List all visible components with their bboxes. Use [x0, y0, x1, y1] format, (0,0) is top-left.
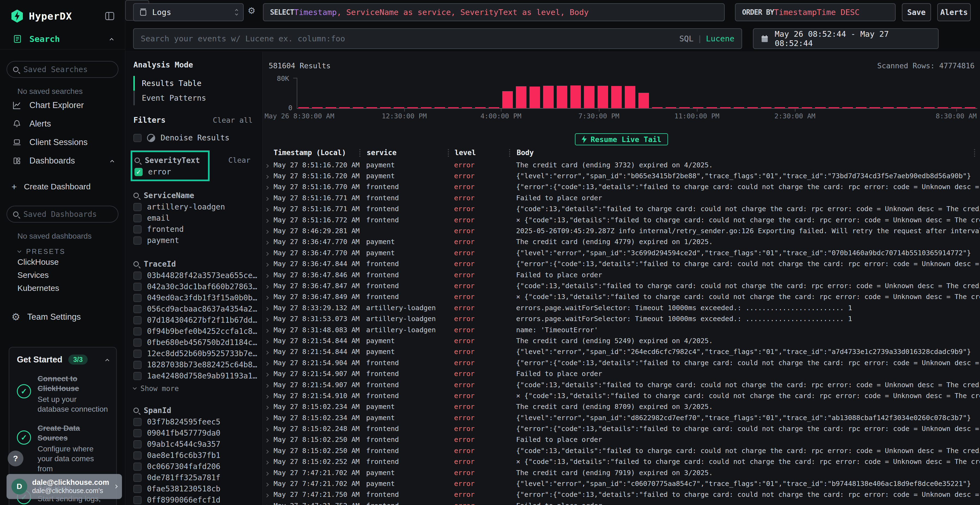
row-expand-chevron-icon[interactable] — [263, 282, 274, 290]
log-row[interactable]: May 27 7:47:21.702 AM payment error {"le… — [263, 478, 980, 489]
column-separator[interactable] — [360, 149, 360, 157]
checkbox[interactable] — [134, 349, 142, 358]
preset-dashboard-link[interactable]: Services — [18, 268, 125, 282]
row-expand-chevron-icon[interactable] — [263, 425, 274, 433]
checkbox[interactable] — [134, 418, 142, 426]
filter-value-error[interactable]: error — [134, 166, 206, 178]
checkbox[interactable] — [134, 283, 142, 291]
checkbox[interactable] — [134, 203, 142, 211]
log-row[interactable]: May 27 8:15:02.250 AM frontend error {"c… — [263, 445, 980, 456]
col-level[interactable]: level — [455, 149, 476, 157]
log-row[interactable]: May 27 8:36:47.770 AM payment error The … — [263, 237, 980, 247]
log-row[interactable]: May 27 8:51:16.771 AM frontend error {"c… — [263, 203, 980, 214]
sidebar-item-dashboards[interactable]: Dashboards — [0, 152, 125, 170]
row-expand-chevron-icon[interactable] — [263, 337, 274, 345]
col-timestamp[interactable]: Timestamp (Local) — [274, 149, 346, 157]
log-row[interactable]: May 27 8:36:47.847 AM frontend error {"c… — [263, 280, 980, 291]
get-started-item[interactable]: ✓ Create Data Sources Configure where yo… — [17, 423, 109, 474]
filter-value[interactable]: 042a30c3dc1baf660b27863… — [134, 281, 262, 292]
filter-value[interactable]: 09041fb457779da0 — [134, 427, 262, 438]
checkbox[interactable] — [134, 372, 142, 380]
row-expand-chevron-icon[interactable] — [263, 304, 274, 312]
log-row[interactable]: May 27 8:21:54.910 AM frontend error × {… — [263, 390, 980, 401]
checkbox[interactable] — [134, 361, 142, 369]
column-separator[interactable] — [448, 149, 449, 157]
checkbox-checked[interactable] — [134, 168, 143, 176]
results-histogram[interactable]: 80K 0 May 26 8:30:00 AM12:30:00 PM4:00:0… — [263, 71, 980, 136]
filter-value[interactable]: 07d184304627bf2f11b67dd… — [134, 314, 262, 326]
tab-results-table[interactable]: Results Table — [134, 76, 251, 91]
checkbox[interactable] — [134, 462, 142, 471]
log-row[interactable]: May 27 8:36:47.844 AM frontend error {"e… — [263, 259, 980, 269]
row-expand-chevron-icon[interactable] — [263, 491, 274, 499]
date-range-picker[interactable]: May 26 08:52:44 - May 27 08:52:44 — [753, 28, 939, 49]
log-row[interactable]: May 27 8:51:16.720 AM payment error The … — [263, 159, 980, 170]
preset-dashboard-link[interactable]: Kubernetes — [18, 282, 125, 295]
row-expand-chevron-icon[interactable] — [263, 227, 274, 235]
saved-dashboards-field[interactable] — [24, 210, 121, 219]
filter-value[interactable]: 0fae5381230518cb — [134, 483, 262, 494]
row-expand-chevron-icon[interactable] — [263, 315, 274, 323]
checkbox[interactable] — [134, 496, 142, 504]
row-expand-chevron-icon[interactable] — [263, 260, 274, 268]
col-service[interactable]: service — [367, 149, 397, 157]
chevron-up-icon[interactable] — [105, 359, 109, 362]
row-expand-chevron-icon[interactable] — [263, 392, 274, 400]
row-expand-chevron-icon[interactable] — [263, 293, 274, 301]
log-row[interactable]: May 27 8:33:29.132 AM artillery-loadgen … — [263, 302, 980, 313]
row-expand-chevron-icon[interactable] — [263, 447, 274, 455]
source-settings-gear-icon[interactable]: ⚙ — [248, 4, 255, 16]
saved-searches-field[interactable] — [24, 65, 121, 74]
checkbox[interactable] — [134, 237, 142, 245]
checkbox[interactable] — [134, 294, 142, 302]
row-expand-chevron-icon[interactable] — [263, 172, 274, 180]
filter-value[interactable]: email — [134, 213, 262, 224]
row-expand-chevron-icon[interactable] — [263, 183, 274, 191]
tab-event-patterns[interactable]: Event Patterns — [134, 91, 251, 105]
help-button[interactable]: ? — [8, 451, 24, 466]
filter-value[interactable]: artillery-loadgen — [134, 201, 262, 213]
row-expand-chevron-icon[interactable] — [263, 249, 274, 257]
filter-value[interactable]: 09ab1c4544c9a357 — [134, 438, 262, 450]
row-expand-chevron-icon[interactable] — [263, 205, 274, 213]
row-expand-chevron-icon[interactable] — [263, 469, 274, 477]
filter-value[interactable]: 056cd9acbaac8637a4354a2… — [134, 303, 262, 314]
checkbox[interactable] — [134, 214, 142, 222]
row-expand-chevron-icon[interactable] — [263, 326, 274, 334]
filter-value[interactable]: 0de781ff325a781f — [134, 472, 262, 483]
row-expand-chevron-icon[interactable] — [263, 480, 274, 488]
row-expand-chevron-icon[interactable] — [263, 271, 274, 279]
log-row[interactable]: May 27 8:31:53.073 AM artillery-loadgen … — [263, 313, 980, 324]
filter-value[interactable]: 1ae42480d758e9ab91193a1… — [134, 370, 262, 381]
log-row[interactable]: May 27 7:47:21.750 AM frontend error {"e… — [263, 489, 980, 500]
log-row[interactable]: May 27 8:15:02.250 AM frontend error Fai… — [263, 434, 980, 445]
checkbox[interactable] — [134, 225, 142, 233]
checkbox[interactable] — [134, 327, 142, 335]
table-options-icon[interactable] — [974, 149, 975, 157]
log-row[interactable]: May 27 8:21:54.904 AM frontend error {"e… — [263, 357, 980, 368]
column-separator[interactable] — [509, 149, 510, 157]
source-select[interactable]: Logs — [133, 3, 243, 21]
event-search-input[interactable] — [141, 34, 673, 43]
log-row[interactable]: May 27 8:15:02.234 AM payment error The … — [263, 401, 980, 412]
team-settings-link[interactable]: ⚙ Team Settings — [0, 309, 125, 325]
row-expand-chevron-icon[interactable] — [263, 161, 274, 169]
checkbox[interactable] — [134, 272, 142, 280]
sidebar-item-client-sessions[interactable]: Client Sessions — [0, 133, 125, 151]
traceid-show-more[interactable]: Show more — [134, 383, 262, 395]
filter-value[interactable]: frontend — [134, 224, 262, 235]
resume-live-tail-button[interactable]: Resume Live Tail — [575, 133, 668, 145]
row-expand-chevron-icon[interactable] — [263, 348, 274, 356]
save-button[interactable]: Save — [902, 3, 931, 21]
log-row[interactable]: May 27 8:36:47.849 AM frontend error × {… — [263, 291, 980, 302]
sidebar-item-chart-explorer[interactable]: Chart Explorer — [0, 96, 125, 114]
row-expand-chevron-icon[interactable] — [263, 381, 274, 389]
row-expand-chevron-icon[interactable] — [263, 370, 274, 378]
log-row[interactable]: May 27 8:36:47.770 AM payment error {"le… — [263, 247, 980, 258]
alerts-button[interactable]: Alerts — [937, 3, 971, 21]
lucene-mode-toggle[interactable]: Lucene — [706, 34, 735, 43]
log-row[interactable]: May 27 8:51:16.720 AM payment error {"le… — [263, 170, 980, 181]
severity-clear-link[interactable]: Clear — [228, 156, 250, 164]
checkbox[interactable] — [134, 474, 142, 482]
denoise-results-toggle[interactable]: Denoise Results — [134, 133, 262, 142]
